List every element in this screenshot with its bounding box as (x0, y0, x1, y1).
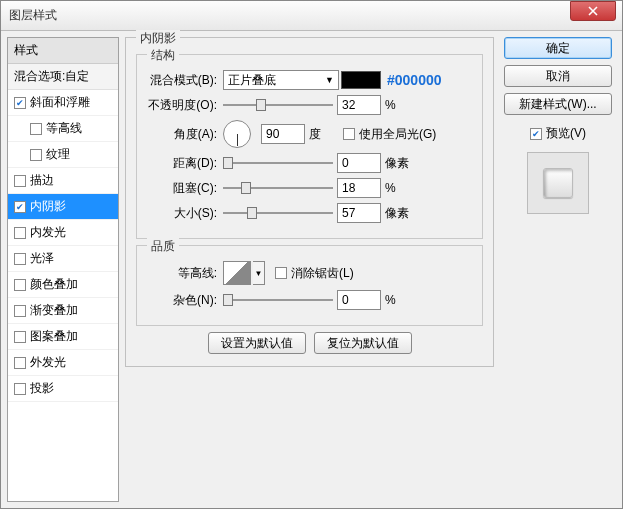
sidebar-item-label: 图案叠加 (30, 328, 78, 345)
right-column: 确定 取消 新建样式(W)... 预览(V) (500, 37, 616, 502)
percent-unit-3: % (385, 293, 413, 307)
close-icon (588, 6, 598, 16)
contour-dropdown[interactable]: ▼ (253, 261, 265, 285)
antialias-label: 消除锯齿(L) (291, 265, 354, 282)
new-style-button[interactable]: 新建样式(W)... (504, 93, 612, 115)
opacity-label: 不透明度(O): (145, 97, 223, 114)
color-swatch[interactable] (341, 71, 381, 89)
sidebar-item-5[interactable]: 内发光 (8, 220, 118, 246)
px-unit: 像素 (385, 155, 413, 172)
sidebar-item-2[interactable]: 纹理 (8, 142, 118, 168)
sidebar-item-6[interactable]: 光泽 (8, 246, 118, 272)
sidebar-item-0[interactable]: 斜面和浮雕 (8, 90, 118, 116)
contour-label: 等高线: (145, 265, 223, 282)
sidebar-checkbox[interactable] (14, 227, 26, 239)
choke-input[interactable] (337, 178, 381, 198)
sidebar-checkbox[interactable] (14, 201, 26, 213)
opacity-input[interactable] (337, 95, 381, 115)
distance-slider[interactable] (223, 155, 333, 171)
sidebar-item-label: 光泽 (30, 250, 54, 267)
sidebar-item-label: 内阴影 (30, 198, 66, 215)
percent-unit: % (385, 98, 413, 112)
structure-group: 结构 混合模式(B): 正片叠底 ▼ #000000 不透明度(O): (136, 54, 483, 239)
antialias-checkbox[interactable] (275, 267, 287, 279)
sidebar-item-3[interactable]: 描边 (8, 168, 118, 194)
chevron-down-icon: ▼ (325, 75, 334, 85)
sidebar-item-label: 渐变叠加 (30, 302, 78, 319)
blend-mode-value: 正片叠底 (228, 72, 276, 89)
sidebar-item-label: 内发光 (30, 224, 66, 241)
sidebar-checkbox[interactable] (14, 253, 26, 265)
sidebar-checkbox[interactable] (14, 175, 26, 187)
sidebar-checkbox[interactable] (14, 279, 26, 291)
distance-label: 距离(D): (145, 155, 223, 172)
layer-style-dialog: 图层样式 样式 混合选项:自定 斜面和浮雕等高线纹理描边内阴影内发光光泽颜色叠加… (0, 0, 623, 509)
content-area: 样式 混合选项:自定 斜面和浮雕等高线纹理描边内阴影内发光光泽颜色叠加渐变叠加图… (1, 31, 622, 508)
choke-slider[interactable] (223, 180, 333, 196)
settings-panel: 内阴影 结构 混合模式(B): 正片叠底 ▼ #000000 不透明度(O): (125, 37, 494, 502)
set-default-button[interactable]: 设置为默认值 (208, 332, 306, 354)
percent-unit-2: % (385, 181, 413, 195)
global-light-label: 使用全局光(G) (359, 126, 436, 143)
sidebar-item-9[interactable]: 图案叠加 (8, 324, 118, 350)
sidebar-item-label: 等高线 (46, 120, 82, 137)
noise-slider[interactable] (223, 292, 333, 308)
panel-title: 内阴影 (136, 30, 180, 47)
noise-input[interactable] (337, 290, 381, 310)
choke-label: 阻塞(C): (145, 180, 223, 197)
reset-default-button[interactable]: 复位为默认值 (314, 332, 412, 354)
panel-fieldset: 内阴影 结构 混合模式(B): 正片叠底 ▼ #000000 不透明度(O): (125, 37, 494, 367)
sidebar-header: 样式 (8, 38, 118, 64)
sidebar-checkbox[interactable] (14, 383, 26, 395)
sidebar-item-label: 描边 (30, 172, 54, 189)
quality-group: 品质 等高线: ▼ 消除锯齿(L) 杂色(N): % (136, 245, 483, 326)
size-slider[interactable] (223, 205, 333, 221)
sidebar-item-1[interactable]: 等高线 (8, 116, 118, 142)
preview-box (527, 152, 589, 214)
size-label: 大小(S): (145, 205, 223, 222)
styles-sidebar: 样式 混合选项:自定 斜面和浮雕等高线纹理描边内阴影内发光光泽颜色叠加渐变叠加图… (7, 37, 119, 502)
sidebar-item-8[interactable]: 渐变叠加 (8, 298, 118, 324)
sidebar-item-label: 斜面和浮雕 (30, 94, 90, 111)
titlebar[interactable]: 图层样式 (1, 1, 622, 31)
noise-label: 杂色(N): (145, 292, 223, 309)
sidebar-item-10[interactable]: 外发光 (8, 350, 118, 376)
sidebar-checkbox[interactable] (14, 305, 26, 317)
sidebar-checkbox[interactable] (14, 97, 26, 109)
sidebar-item-7[interactable]: 颜色叠加 (8, 272, 118, 298)
preview-label: 预览(V) (546, 125, 586, 142)
close-button[interactable] (570, 1, 616, 21)
cancel-button[interactable]: 取消 (504, 65, 612, 87)
quality-legend: 品质 (147, 238, 179, 255)
angle-dial[interactable] (223, 120, 251, 148)
contour-picker[interactable] (223, 261, 251, 285)
sidebar-item-4[interactable]: 内阴影 (8, 194, 118, 220)
color-hex: #000000 (387, 72, 442, 88)
degree-unit: 度 (309, 126, 337, 143)
blend-mode-label: 混合模式(B): (145, 72, 223, 89)
window-title: 图层样式 (9, 7, 570, 24)
sidebar-checkbox[interactable] (14, 357, 26, 369)
sidebar-subheader[interactable]: 混合选项:自定 (8, 64, 118, 90)
sidebar-checkbox[interactable] (30, 149, 42, 161)
blend-mode-select[interactable]: 正片叠底 ▼ (223, 70, 339, 90)
sidebar-checkbox[interactable] (30, 123, 42, 135)
preview-checkbox[interactable] (530, 128, 542, 140)
opacity-slider[interactable] (223, 97, 333, 113)
sidebar-item-11[interactable]: 投影 (8, 376, 118, 402)
sidebar-item-label: 纹理 (46, 146, 70, 163)
ok-button[interactable]: 确定 (504, 37, 612, 59)
global-light-checkbox[interactable] (343, 128, 355, 140)
sidebar-item-label: 投影 (30, 380, 54, 397)
px-unit-2: 像素 (385, 205, 413, 222)
sidebar-item-label: 外发光 (30, 354, 66, 371)
structure-legend: 结构 (147, 47, 179, 64)
preview-swatch (543, 168, 573, 198)
angle-input[interactable] (261, 124, 305, 144)
size-input[interactable] (337, 203, 381, 223)
distance-input[interactable] (337, 153, 381, 173)
angle-label: 角度(A): (145, 126, 223, 143)
sidebar-item-label: 颜色叠加 (30, 276, 78, 293)
sidebar-checkbox[interactable] (14, 331, 26, 343)
